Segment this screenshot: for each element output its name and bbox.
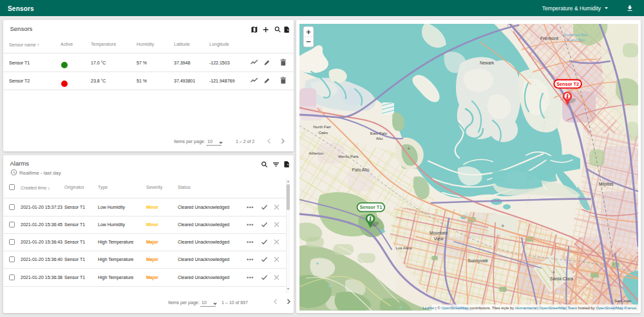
svg-text:✈: ✈ <box>407 146 411 151</box>
svg-text:North Fair: North Fair <box>313 124 331 129</box>
svg-text:+: + <box>306 27 311 37</box>
svg-text:East Palo: East Palo <box>370 131 388 135</box>
svg-text:Los Altos: Los Altos <box>395 245 412 250</box>
svg-text:Sensor T2: Sensor T2 <box>556 81 579 87</box>
svg-text:−: − <box>306 37 311 46</box>
svg-text:Menlo Park: Menlo Park <box>338 154 359 158</box>
svg-text:Atherton: Atherton <box>308 151 324 155</box>
svg-text:View: View <box>434 236 444 241</box>
svg-text:Santa Clara: Santa Clara <box>550 276 573 281</box>
svg-text:Newark: Newark <box>480 61 495 65</box>
svg-text:✈: ✈ <box>552 270 556 274</box>
svg-text:Sensor T1: Sensor T1 <box>359 204 382 210</box>
svg-text:Mountain: Mountain <box>430 231 448 235</box>
svg-text:Is and Bay: Is and Bay <box>567 38 585 42</box>
svg-text:Oaks: Oaks <box>319 130 328 135</box>
svg-text:Palo Alto: Palo Alto <box>352 168 370 172</box>
svg-text:Sunnyvale: Sunnyvale <box>468 258 488 264</box>
svg-text:Leaflet | © OpenStreetMap cont: Leaflet | © OpenStreetMap contributors, … <box>422 306 636 310</box>
svg-text:San Jose: San Jose <box>614 298 631 303</box>
svg-text:Milpitas: Milpitas <box>598 182 614 187</box>
svg-text:Redwood Bay: Redwood Bay <box>564 33 587 37</box>
svg-text:Fremont: Fremont <box>540 35 559 41</box>
svg-text:Alto: Alto <box>376 136 383 140</box>
svg-text:✈: ✈ <box>501 224 505 228</box>
